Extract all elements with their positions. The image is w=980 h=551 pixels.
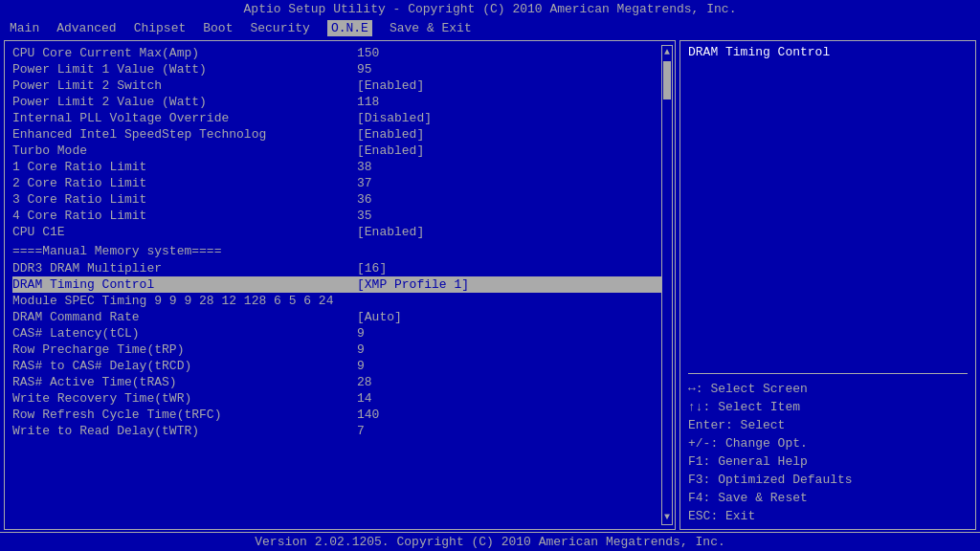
setting-value: [Disabled]: [357, 111, 667, 125]
setting-row[interactable]: Power Limit 1 Value (Watt)95: [12, 61, 667, 77]
menu-item-o-n-e[interactable]: O.N.E: [327, 20, 372, 36]
memory-setting-row[interactable]: Row Refresh Cycle Time(tRFC)140: [12, 407, 667, 423]
menu-item-chipset[interactable]: Chipset: [134, 21, 187, 35]
setting-name: 2 Core Ratio Limit: [12, 176, 357, 190]
section-divider: ====Manual Memory system====: [12, 240, 667, 260]
setting-value: 38: [357, 160, 667, 174]
memory-setting-row[interactable]: RAS# Active Time(tRAS)28: [12, 374, 667, 390]
setting-name: Power Limit 2 Value (Watt): [12, 95, 357, 109]
setting-row[interactable]: CPU Core Current Max(Amp)150: [12, 45, 667, 61]
setting-row[interactable]: 2 Core Ratio Limit37: [12, 175, 667, 191]
memory-setting-row[interactable]: RAS# to CAS# Delay(tRCD)9: [12, 358, 667, 374]
scrollbar[interactable]: ▲ ▼: [661, 45, 673, 525]
memory-setting-name: RAS# Active Time(tRAS): [12, 375, 357, 389]
scroll-thumb[interactable]: [663, 61, 671, 99]
setting-row[interactable]: Turbo Mode[Enabled]: [12, 143, 667, 159]
menu-item-advanced[interactable]: Advanced: [56, 21, 116, 35]
memory-setting-name: Write to Read Delay(tWTR): [12, 424, 357, 438]
setting-name: Enhanced Intel SpeedStep Technolog: [12, 127, 357, 142]
setting-value: [Enabled]: [357, 78, 667, 93]
memory-setting-row[interactable]: Module SPEC Timing 9 9 9 28 12 128 6 5 6…: [12, 293, 667, 309]
help-line: F1: General Help: [688, 452, 968, 471]
memory-setting-value: 14: [357, 391, 667, 406]
setting-value: [Enabled]: [357, 225, 667, 239]
setting-value: [Enabled]: [357, 127, 667, 142]
setting-value: 36: [357, 192, 667, 207]
menu-item-boot[interactable]: Boot: [203, 21, 233, 35]
setting-value: [Enabled]: [357, 143, 667, 158]
setting-row[interactable]: 3 Core Ratio Limit36: [12, 191, 667, 208]
setting-row[interactable]: 4 Core Ratio Limit35: [12, 208, 667, 224]
setting-name: Turbo Mode: [12, 143, 357, 158]
memory-setting-value: 9: [357, 359, 667, 373]
memory-settings-list: DDR3 DRAM Multiplier[16]DRAM Timing Cont…: [12, 260, 667, 439]
left-panel: CPU Core Current Max(Amp)150Power Limit …: [4, 40, 676, 530]
right-top: DRAM Timing Control: [688, 45, 968, 374]
memory-setting-row[interactable]: DRAM Timing Control[XMP Profile 1]: [12, 276, 667, 293]
right-panel: DRAM Timing Control ↔: Select Screen↑↓: …: [679, 40, 976, 530]
right-panel-title: DRAM Timing Control: [688, 45, 968, 59]
help-line: ↔: Select Screen: [688, 380, 968, 398]
menu-item-main[interactable]: Main: [10, 21, 39, 35]
memory-setting-value: [357, 294, 667, 308]
setting-value: 35: [357, 209, 667, 223]
memory-setting-row[interactable]: DRAM Command Rate[Auto]: [12, 309, 667, 325]
memory-setting-value: 28: [357, 375, 667, 389]
memory-setting-value: [16]: [357, 261, 667, 276]
menu-item-save---exit[interactable]: Save & Exit: [390, 21, 472, 35]
setting-value: 37: [357, 176, 667, 190]
memory-setting-row[interactable]: Write Recovery Time(tWR)14: [12, 390, 667, 407]
memory-setting-name: DDR3 DRAM Multiplier: [12, 261, 357, 276]
memory-setting-row[interactable]: DDR3 DRAM Multiplier[16]: [12, 260, 667, 276]
memory-setting-name: Module SPEC Timing 9 9 9 28 12 128 6 5 6…: [12, 294, 357, 308]
help-line: ESC: Exit: [688, 507, 968, 525]
help-line: F3: Optimized Defaults: [688, 471, 968, 489]
help-line: F4: Save & Reset: [688, 489, 968, 507]
title-text: Aptio Setup Utility - Copyright (C) 2010…: [244, 2, 737, 16]
scroll-up-arrow[interactable]: ▲: [664, 46, 670, 59]
setting-row[interactable]: Enhanced Intel SpeedStep Technolog[Enabl…: [12, 126, 667, 143]
memory-setting-value: 9: [357, 342, 667, 357]
memory-setting-name: DRAM Timing Control: [12, 277, 357, 292]
memory-setting-name: CAS# Latency(tCL): [12, 326, 357, 341]
setting-name: 4 Core Ratio Limit: [12, 209, 357, 223]
memory-setting-row[interactable]: Row Precharge Time(tRP)9: [12, 342, 667, 358]
memory-setting-value: 9: [357, 326, 667, 341]
help-line: ↑↓: Select Item: [688, 398, 968, 416]
right-bottom-help: ↔: Select Screen↑↓: Select ItemEnter: Se…: [688, 380, 968, 525]
setting-row[interactable]: Power Limit 2 Value (Watt)118: [12, 94, 667, 110]
scroll-down-arrow[interactable]: ▼: [664, 512, 670, 522]
memory-setting-name: DRAM Command Rate: [12, 310, 357, 324]
memory-setting-value: [Auto]: [357, 310, 667, 324]
memory-setting-value: [XMP Profile 1]: [357, 277, 667, 292]
setting-name: CPU C1E: [12, 225, 357, 239]
memory-setting-name: Row Refresh Cycle Time(tRFC): [12, 408, 357, 422]
setting-name: CPU Core Current Max(Amp): [12, 46, 357, 60]
footer-text: Version 2.02.1205. Copyright (C) 2010 Am…: [255, 535, 724, 549]
setting-name: Power Limit 1 Value (Watt): [12, 62, 357, 77]
help-line: +/-: Change Opt.: [688, 434, 968, 452]
setting-row[interactable]: Power Limit 2 Switch[Enabled]: [12, 77, 667, 94]
help-line: Enter: Select: [688, 416, 968, 434]
setting-row[interactable]: Internal PLL Voltage Override[Disabled]: [12, 110, 667, 126]
memory-setting-value: 140: [357, 408, 667, 422]
menu-bar: MainAdvancedChipsetBootSecurityO.N.ESave…: [0, 18, 980, 38]
settings-list: CPU Core Current Max(Amp)150Power Limit …: [12, 45, 667, 240]
menu-item-security[interactable]: Security: [250, 21, 309, 35]
setting-name: 1 Core Ratio Limit: [12, 160, 357, 174]
setting-row[interactable]: CPU C1E[Enabled]: [12, 224, 667, 240]
memory-setting-name: Write Recovery Time(tWR): [12, 391, 357, 406]
memory-setting-row[interactable]: Write to Read Delay(tWTR)7: [12, 423, 667, 439]
setting-row[interactable]: 1 Core Ratio Limit38: [12, 159, 667, 175]
memory-setting-value: 7: [357, 424, 667, 438]
footer: Version 2.02.1205. Copyright (C) 2010 Am…: [0, 532, 980, 551]
setting-value: 95: [357, 62, 667, 77]
main-content: CPU Core Current Max(Amp)150Power Limit …: [4, 40, 976, 530]
setting-value: 118: [357, 95, 667, 109]
setting-name: Internal PLL Voltage Override: [12, 111, 357, 125]
memory-setting-row[interactable]: CAS# Latency(tCL)9: [12, 325, 667, 342]
setting-name: 3 Core Ratio Limit: [12, 192, 357, 207]
setting-name: Power Limit 2 Switch: [12, 78, 357, 93]
memory-setting-name: Row Precharge Time(tRP): [12, 342, 357, 357]
app: Aptio Setup Utility - Copyright (C) 2010…: [0, 0, 980, 551]
